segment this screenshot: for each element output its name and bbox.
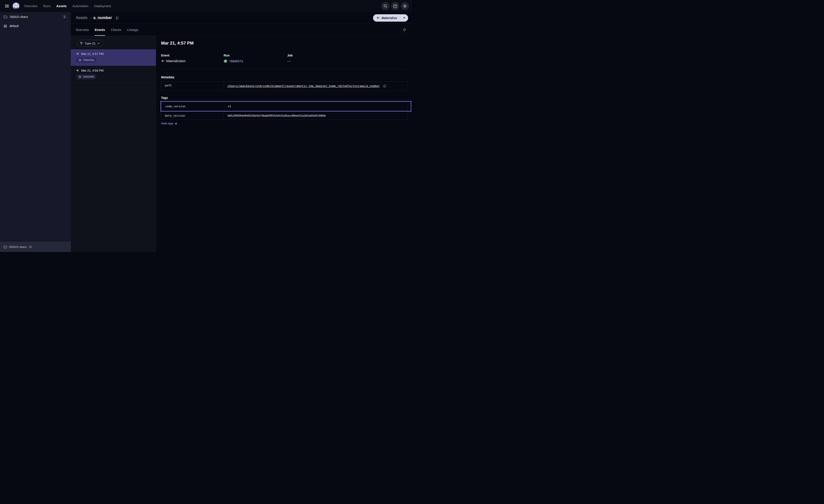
event-list-item[interactable]: Mar 21, 4:54 PM 2fd32b85 bbox=[71, 66, 156, 83]
nav-item-assets[interactable]: Assets bbox=[56, 4, 67, 8]
event-column-label: Event bbox=[161, 54, 224, 57]
group-label: default bbox=[9, 24, 19, 28]
folder-icon bbox=[3, 245, 7, 249]
triangle-up-icon bbox=[175, 123, 177, 124]
job-value: — bbox=[287, 59, 290, 63]
refresh-icon bbox=[403, 28, 406, 31]
highlighted-tag-box: code_version v1 bbox=[161, 101, 411, 112]
copy-path-button[interactable] bbox=[382, 84, 387, 88]
breadcrumb-assets-link[interactable]: Assets bbox=[76, 16, 88, 20]
tag-key: code_version bbox=[162, 102, 224, 110]
event-list-item[interactable]: Mar 21, 4:57 PM 788005fa bbox=[71, 49, 156, 66]
funnel-icon bbox=[80, 42, 83, 45]
hide-tags-label: Hide tags bbox=[161, 122, 174, 125]
reload-icon[interactable] bbox=[29, 245, 32, 249]
nav-item-overview[interactable]: Overview bbox=[24, 4, 37, 8]
nav-item-deployment[interactable]: Deployment bbox=[94, 4, 111, 8]
metadata-key: path bbox=[161, 81, 224, 91]
tab-lineage[interactable]: Lineage bbox=[127, 24, 138, 36]
page-title: a_number bbox=[93, 16, 112, 20]
sidebar-item-default-group[interactable]: default bbox=[0, 22, 71, 30]
tags-heading: Tags bbox=[161, 96, 408, 100]
help-button[interactable]: ? bbox=[391, 2, 399, 10]
materialize-dropdown-button[interactable] bbox=[400, 14, 408, 22]
breadcrumb: Assets › a_number bbox=[76, 16, 119, 20]
menu-icon[interactable] bbox=[3, 2, 11, 10]
asset-group-icon bbox=[3, 24, 7, 28]
sparkle-icon bbox=[161, 59, 164, 63]
hide-tags-link[interactable]: Hide tags bbox=[161, 122, 177, 125]
top-nav: Overview Runs Assets Automation Deployme… bbox=[0, 0, 412, 12]
help-icon: ? bbox=[393, 4, 398, 8]
chevron-down-icon bbox=[97, 42, 100, 45]
tag-row-data-version: data_version 3bfc269594ef649228e9a74bab0… bbox=[161, 112, 408, 120]
materialize-split-button: Materialize bbox=[373, 14, 408, 22]
tag-value: 3bfc269594ef649228e9a74bab00f042efc91d5a… bbox=[224, 112, 408, 120]
run-id-text: 788005fa bbox=[83, 58, 94, 61]
event-timestamp: Mar 21, 4:57 PM bbox=[81, 52, 104, 55]
metadata-path-link[interactable]: /Users/smackesey/stm/code/elementl/exper… bbox=[227, 84, 380, 88]
section-divider bbox=[161, 69, 408, 70]
caret-down-icon bbox=[403, 17, 405, 19]
run-status-icon bbox=[78, 75, 81, 78]
copy-asset-name-button[interactable] bbox=[115, 16, 119, 20]
main-pane: Assets › a_number Materialize bbox=[71, 12, 412, 252]
materialize-button[interactable]: Materialize bbox=[373, 14, 400, 22]
event-summary-grid: Event Materialization Run bbox=[161, 54, 408, 63]
run-id-text: 2fd32b85 bbox=[83, 75, 94, 78]
metadata-heading: Metadata bbox=[161, 76, 408, 79]
tab-overview[interactable]: Overview bbox=[76, 24, 89, 36]
metadata-row-path: path /Users/smackesey/stm/code/elementl/… bbox=[161, 81, 408, 91]
job-column-label: Job bbox=[287, 54, 408, 57]
code-location-label: 250321-dvers bbox=[9, 15, 28, 19]
tag-row-code-version: code_version v1 bbox=[162, 102, 408, 111]
gear-icon: ⚙ bbox=[403, 4, 407, 8]
run-id-badge[interactable]: 788005fa bbox=[76, 57, 97, 63]
sparkle-icon bbox=[76, 52, 79, 55]
asset-sidebar: 250321-dvers 1 default 250321-dvers bbox=[0, 12, 71, 252]
events-list-panel: Type (2) Mar 21, 4:57 PM bbox=[71, 36, 156, 252]
tab-checks[interactable]: Checks bbox=[111, 24, 121, 36]
tag-value: v1 bbox=[224, 102, 408, 110]
run-column-label: Run bbox=[224, 54, 287, 57]
refresh-button[interactable] bbox=[401, 26, 408, 33]
type-filter-button[interactable]: Type (2) bbox=[77, 40, 103, 47]
run-success-icon bbox=[224, 59, 227, 63]
run-id-link[interactable]: 788005fa bbox=[229, 59, 243, 63]
sidebar-footer[interactable]: 250321-dvers bbox=[0, 242, 71, 252]
run-status-icon bbox=[78, 58, 81, 61]
materialize-label: Materialize bbox=[382, 16, 397, 20]
asset-count-badge: 1 bbox=[62, 15, 67, 19]
nav-item-runs[interactable]: Runs bbox=[43, 4, 50, 8]
event-detail-title: Mar 21, 4:57 PM bbox=[161, 41, 408, 46]
sparkle-icon bbox=[376, 16, 380, 20]
asset-header: Assets › a_number Materialize bbox=[71, 12, 412, 24]
asset-tabs: Overview Events Checks Lineage bbox=[71, 24, 412, 36]
run-id-badge[interactable]: 2fd32b85 bbox=[76, 74, 97, 80]
settings-button[interactable]: ⚙ bbox=[401, 2, 409, 10]
event-detail-panel: Mar 21, 4:57 PM Event Materialization bbox=[156, 36, 412, 252]
primary-nav: Overview Runs Assets Automation Deployme… bbox=[24, 4, 111, 8]
svg-text:?: ? bbox=[395, 5, 396, 7]
dagster-app: Overview Runs Assets Automation Deployme… bbox=[0, 0, 412, 252]
nav-item-automation[interactable]: Automation bbox=[73, 4, 88, 8]
copy-icon bbox=[383, 84, 387, 88]
sidebar-empty-space bbox=[0, 30, 71, 242]
search-icon bbox=[383, 4, 388, 8]
dagster-logo-icon[interactable] bbox=[12, 2, 20, 10]
sparkle-icon bbox=[76, 69, 79, 72]
chevron-right-icon: › bbox=[90, 16, 91, 20]
tab-events[interactable]: Events bbox=[95, 24, 105, 36]
copy-icon bbox=[115, 16, 119, 20]
sidebar-item-code-location[interactable]: 250321-dvers 1 bbox=[0, 12, 71, 22]
event-type-value: Materialization bbox=[166, 59, 186, 63]
type-filter-label: Type (2) bbox=[85, 42, 96, 45]
tag-key: data_version bbox=[161, 112, 224, 120]
footer-code-location-label: 250321-dvers bbox=[9, 245, 27, 249]
search-button[interactable] bbox=[381, 2, 390, 10]
event-timestamp: Mar 21, 4:54 PM bbox=[81, 69, 104, 72]
folder-icon bbox=[3, 15, 7, 19]
